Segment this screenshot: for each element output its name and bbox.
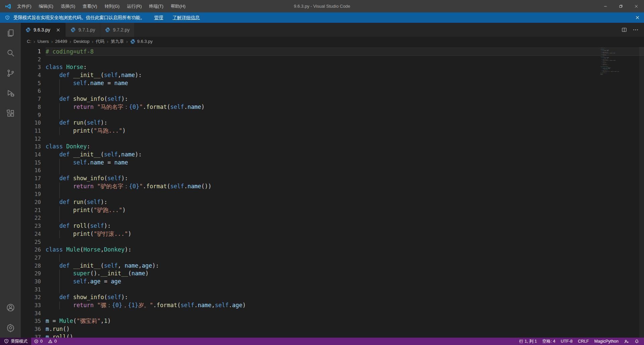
line-number[interactable]: 5 (21, 79, 46, 87)
code-line[interactable]: 18 return "驴的名字：{0}".format(self.name()) (21, 183, 644, 191)
close-window-icon[interactable] (629, 0, 644, 12)
code-line[interactable]: 16 (21, 166, 644, 175)
line-number[interactable]: 37 (21, 333, 46, 338)
tab-9.7.1.py[interactable]: 9.7.1.py (66, 23, 100, 37)
banner-close-icon[interactable] (635, 15, 640, 20)
breadcrumb-item[interactable]: 第九章 (111, 39, 124, 45)
code-line[interactable]: 32 def show_info(self): (21, 293, 644, 301)
line-number[interactable]: 15 (21, 159, 46, 167)
code-line[interactable]: 23 def roll(self): (21, 222, 644, 230)
line-number[interactable]: 16 (21, 166, 46, 175)
feedback[interactable] (621, 338, 632, 345)
line-number[interactable]: 19 (21, 190, 46, 198)
line-number[interactable]: 24 (21, 230, 46, 238)
breadcrumb-item[interactable]: Desktop (73, 39, 90, 44)
menu-item[interactable]: 终端(T) (145, 0, 167, 12)
code-line[interactable]: 35m = Mule("骡宝莉",1) (21, 317, 644, 325)
code-line[interactable]: 12 (21, 135, 644, 143)
line-number[interactable]: 14 (21, 151, 46, 159)
line-number[interactable]: 31 (21, 286, 46, 294)
minimize-icon[interactable] (598, 0, 613, 12)
line-number[interactable]: 6 (21, 87, 46, 95)
menu-item[interactable]: 转到(G) (101, 0, 123, 12)
breadcrumb-file[interactable]: 9.6.3.py (130, 39, 153, 44)
language-mode[interactable]: MagicPython (592, 338, 621, 345)
code-line[interactable]: 19 (21, 190, 644, 198)
line-number[interactable]: 12 (21, 135, 46, 143)
menu-item[interactable]: 查看(V) (79, 0, 101, 12)
line-number[interactable]: 36 (21, 325, 46, 333)
banner-link[interactable]: 管理 (154, 15, 163, 20)
banner-link[interactable]: 了解详细信息 (173, 15, 200, 20)
split-editor-icon[interactable] (621, 27, 627, 33)
code-line[interactable]: 1# coding=utf-8 (21, 48, 644, 56)
more-actions-icon[interactable] (633, 27, 639, 33)
code-line[interactable]: 27 (21, 254, 644, 262)
line-number[interactable]: 29 (21, 270, 46, 278)
line-number[interactable]: 23 (21, 222, 46, 230)
code-line[interactable]: 11 print("马跑...") (21, 127, 644, 135)
account-icon[interactable] (0, 297, 21, 318)
line-number[interactable]: 4 (21, 71, 46, 79)
code-line[interactable]: 4 def __init__(self,name): (21, 71, 644, 79)
restricted-mode-status[interactable]: 受限模式 (0, 338, 31, 345)
line-number[interactable]: 27 (21, 254, 46, 262)
breadcrumb-item[interactable]: 26499 (55, 39, 67, 44)
code-line[interactable]: 24 print("驴打滚...") (21, 230, 644, 238)
line-number[interactable]: 22 (21, 214, 46, 222)
line-number[interactable]: 7 (21, 95, 46, 103)
line-number[interactable]: 28 (21, 262, 46, 270)
code-line[interactable]: 34 (21, 309, 644, 318)
tab-9.6.3.py[interactable]: 9.6.3.py (21, 23, 66, 37)
restore-icon[interactable] (613, 0, 629, 12)
line-number[interactable]: 1 (21, 48, 46, 56)
line-number[interactable]: 34 (21, 309, 46, 318)
error-count[interactable]: 0 (31, 338, 45, 345)
menu-item[interactable]: 编辑(E) (35, 0, 57, 12)
code-line[interactable]: 14 def __init__(self,name): (21, 151, 644, 159)
code-line[interactable]: 5 self.name = name (21, 79, 644, 87)
editor-scrollbar[interactable] (639, 47, 644, 338)
code-line[interactable]: 6 (21, 87, 644, 95)
code-editor[interactable]: 1# coding=utf-823class Horse:4 def __ini… (21, 46, 644, 338)
breadcrumb-item[interactable]: Users (38, 39, 49, 44)
line-number[interactable]: 20 (21, 198, 46, 206)
code-line[interactable]: 28 def __init__(self, name,age): (21, 262, 644, 270)
line-number[interactable]: 32 (21, 293, 46, 301)
line-number[interactable]: 9 (21, 111, 46, 119)
search-icon[interactable] (0, 43, 21, 63)
line-number[interactable]: 35 (21, 317, 46, 325)
indentation[interactable]: 空格: 4 (540, 338, 558, 345)
code-line[interactable]: 2 (21, 56, 644, 64)
menu-item[interactable]: 运行(R) (123, 0, 145, 12)
settings-gear-icon[interactable] (0, 318, 21, 338)
extensions-icon[interactable] (0, 103, 21, 123)
line-number[interactable]: 11 (21, 127, 46, 135)
minimap[interactable]: # coding=utf-8class Horse: def __init__(… (600, 48, 624, 101)
line-number[interactable]: 33 (21, 301, 46, 309)
code-line[interactable]: 26class Mule(Horse,Donkey): (21, 246, 644, 254)
explorer-icon[interactable] (0, 23, 21, 43)
line-number[interactable]: 10 (21, 119, 46, 127)
line-number[interactable]: 13 (21, 143, 46, 151)
code-line[interactable]: 31 (21, 286, 644, 294)
warning-count[interactable]: 0 (45, 338, 59, 345)
code-line[interactable]: 36m.run() (21, 325, 644, 333)
tab-close-icon[interactable] (56, 27, 61, 32)
breadcrumb-item[interactable]: 代码 (96, 39, 105, 45)
code-line[interactable]: 25 (21, 238, 644, 246)
code-line[interactable]: 30 self.age = age (21, 278, 644, 286)
cursor-position[interactable]: 行 1, 列 1 (517, 338, 540, 345)
line-number[interactable]: 2 (21, 56, 46, 64)
code-line[interactable]: 10 def run(self): (21, 119, 644, 127)
code-line[interactable]: 15 self.name = name (21, 159, 644, 167)
code-line[interactable]: 13class Donkey: (21, 143, 644, 151)
line-number[interactable]: 3 (21, 63, 46, 71)
encoding[interactable]: UTF-8 (558, 338, 575, 345)
code-line[interactable]: 9 (21, 111, 644, 119)
line-number[interactable]: 8 (21, 103, 46, 111)
eol-sequence[interactable]: CRLF (575, 338, 592, 345)
code-line[interactable]: 3class Horse: (21, 63, 644, 71)
menu-item[interactable]: 帮助(H) (167, 0, 189, 12)
tab-9.7.2.py[interactable]: 9.7.2.py (100, 23, 135, 37)
